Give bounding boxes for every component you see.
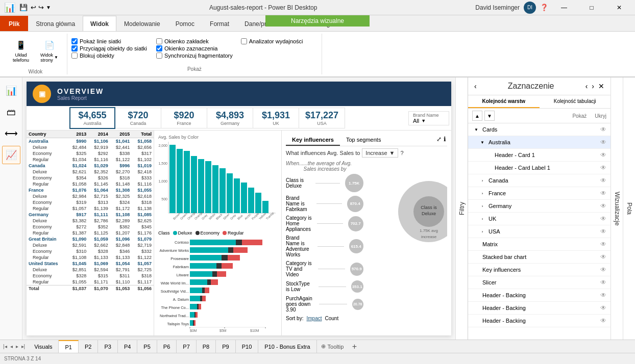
close-panel-icon[interactable]: ✕ bbox=[598, 82, 604, 90]
expand-uk-icon[interactable]: › bbox=[478, 215, 486, 223]
usa-visibility-icon[interactable]: 👁 bbox=[600, 228, 606, 235]
matrix-cell[interactable]: $324 bbox=[110, 199, 132, 205]
matrix-cell[interactable]: $2,352 bbox=[88, 169, 110, 175]
matrix-cell[interactable]: $2,618 bbox=[132, 193, 154, 199]
ki-factor-3[interactable]: Brand Name is Adventure Works 615.4 bbox=[286, 235, 363, 257]
table-row[interactable]: Deluxe$2,621$2,352$2,270$2,418 bbox=[27, 169, 154, 175]
matrix-cell[interactable]: $315 bbox=[88, 273, 110, 279]
kpi-usa[interactable]: $17,227 USA bbox=[299, 108, 345, 128]
matrix-cell[interactable]: $996 bbox=[110, 163, 132, 169]
matrix-cell[interactable]: Regular bbox=[27, 230, 67, 236]
layer-germany[interactable]: › Germany 👁 bbox=[468, 200, 610, 213]
layer-france[interactable]: › France 👁 bbox=[468, 187, 610, 200]
help-icon[interactable]: ❓ bbox=[540, 4, 548, 11]
matrix-cell[interactable]: $318 bbox=[110, 175, 132, 181]
stacked-bar-visibility-icon[interactable]: 👁 bbox=[600, 253, 606, 261]
matrix-cell[interactable]: $1,054 bbox=[110, 261, 132, 267]
matrix-cell[interactable]: $333 bbox=[132, 175, 154, 181]
matrix-cell[interactable]: $1,207 bbox=[110, 230, 132, 236]
matrix-cell[interactable]: $2,919 bbox=[88, 144, 110, 150]
matrix-cell[interactable]: $1,122 bbox=[132, 254, 154, 261]
layer-stacked-bar[interactable]: Stacked bar chart 👁 bbox=[468, 251, 610, 264]
matrix-cell[interactable]: $328 bbox=[67, 273, 89, 279]
card1-visibility-icon[interactable]: 👁 bbox=[600, 151, 606, 159]
tab-p2[interactable]: P2 bbox=[79, 340, 98, 353]
tab-tab-order[interactable]: Kolejność tabulacji bbox=[540, 95, 611, 108]
matrix-cell[interactable]: $1,076 bbox=[67, 187, 89, 193]
layer-up-arrow[interactable]: ▲ bbox=[472, 111, 482, 121]
show-label[interactable]: Pokaż bbox=[572, 113, 587, 119]
matrix-cell[interactable]: $346 bbox=[110, 248, 132, 254]
table-row[interactable]: Deluxe$2,484$2,919$2,441$2,656 bbox=[27, 144, 154, 150]
layer-slicer[interactable]: Slicer 👁 bbox=[468, 276, 610, 289]
ki-dropdown[interactable]: Increase ▼ bbox=[362, 148, 398, 158]
nav-back-icon[interactable]: ‹ bbox=[474, 82, 477, 90]
table-row[interactable]: United States$1,045$1,069$1,054$1,057 bbox=[27, 261, 154, 267]
france-visibility-icon[interactable]: 👁 bbox=[600, 190, 606, 197]
matrix-cell[interactable]: $1,059 bbox=[88, 236, 110, 242]
przyciagaj-input[interactable] bbox=[71, 45, 78, 51]
matrix-cell[interactable]: $1,037 bbox=[67, 285, 89, 292]
sort-count[interactable]: Count bbox=[325, 316, 338, 321]
tab-format[interactable]: Format bbox=[202, 16, 237, 31]
matrix-cell[interactable]: $310 bbox=[67, 248, 89, 254]
matrix-cell[interactable]: $1,041 bbox=[110, 138, 132, 145]
table-row[interactable]: Deluxe$2,984$2,715$2,325$2,618 bbox=[27, 193, 154, 199]
matrix-cell[interactable]: Deluxe bbox=[27, 242, 67, 248]
matrix-cell[interactable]: Economy bbox=[27, 199, 67, 205]
kpi-france[interactable]: $920 France bbox=[161, 108, 207, 128]
tab-p1[interactable]: P1 bbox=[59, 340, 78, 353]
canada-visibility-icon[interactable]: 👁 bbox=[600, 177, 606, 184]
ki-factor-1[interactable]: Brand Name is Fabrikam 870.4 bbox=[286, 195, 363, 212]
matrix-cell[interactable]: $1,138 bbox=[132, 205, 154, 212]
matrix-cell[interactable]: $1,133 bbox=[88, 254, 110, 261]
table-row[interactable]: Economy$325$292$338$317 bbox=[27, 150, 154, 157]
matrix-cell[interactable]: $1,111 bbox=[88, 212, 110, 218]
ki-help-icon[interactable]: ? bbox=[400, 150, 403, 156]
matrix-cell[interactable]: Economy bbox=[27, 224, 67, 230]
matrix-cell[interactable]: $2,591 bbox=[67, 242, 89, 248]
sidebar-data-icon[interactable]: 🗃 bbox=[2, 103, 20, 121]
matrix-cell[interactable]: $2,441 bbox=[110, 144, 132, 150]
ki-factor-2[interactable]: Category is Home Appliances 702.7 bbox=[286, 215, 363, 232]
matrix-cell[interactable]: $1,106 bbox=[88, 138, 110, 145]
brand-filter-dropdown-icon[interactable]: ▼ bbox=[421, 118, 426, 123]
matrix-cell[interactable]: $1,024 bbox=[67, 163, 89, 169]
matrix-visibility-icon[interactable]: 👁 bbox=[600, 241, 606, 248]
close-button[interactable]: ✕ bbox=[607, 0, 631, 15]
tab-p8[interactable]: P8 bbox=[197, 340, 216, 353]
matrix-cell[interactable]: $1,064 bbox=[88, 187, 110, 193]
table-row[interactable]: Germany$917$1,111$1,108$1,085 bbox=[27, 212, 154, 218]
matrix-cell[interactable]: Great Britain bbox=[27, 236, 67, 242]
tab-nav-next[interactable]: ▸ bbox=[15, 344, 19, 349]
table-row[interactable]: Regular$1,055$1,171$1,110$1,117 bbox=[27, 279, 154, 285]
matrix-cell[interactable]: $1,125 bbox=[88, 230, 110, 236]
ki-info-icon[interactable]: ℹ bbox=[443, 135, 447, 146]
matrix-cell[interactable]: $1,058 bbox=[132, 138, 154, 145]
undo-icon[interactable]: ↩ bbox=[31, 4, 36, 11]
matrix-cell[interactable]: Regular bbox=[27, 254, 67, 261]
tab-p5[interactable]: P5 bbox=[137, 340, 157, 353]
matrix-cell[interactable]: $2,621 bbox=[67, 169, 89, 175]
matrix-cell[interactable]: $1,069 bbox=[88, 261, 110, 267]
table-row[interactable]: Economy$328$315$311$318 bbox=[27, 273, 154, 279]
matrix-cell[interactable]: $1,090 bbox=[67, 236, 89, 242]
matrix-cell[interactable]: $1,145 bbox=[88, 181, 110, 187]
matrix-cell[interactable]: $1,079 bbox=[132, 236, 154, 242]
tab-help[interactable]: Pomoc bbox=[168, 16, 202, 31]
matrix-cell[interactable]: Regular bbox=[27, 181, 67, 187]
layer-header-backing-2[interactable]: Header - Backing 👁 bbox=[468, 302, 610, 315]
hide-label[interactable]: Ukryj bbox=[595, 113, 606, 119]
table-row[interactable]: Deluxe$3,382$2,786$2,289$2,625 bbox=[27, 218, 154, 224]
matrix-cell[interactable]: Economy bbox=[27, 150, 67, 157]
matrix-cell[interactable]: $325 bbox=[67, 150, 89, 157]
nav-prev-icon[interactable]: ‹ bbox=[585, 82, 588, 90]
save-icon[interactable]: 💾 bbox=[19, 4, 28, 11]
matrix-cell[interactable]: $318 bbox=[132, 273, 154, 279]
expand-cards-icon[interactable]: ▼ bbox=[472, 125, 480, 134]
layer-header-backing-3[interactable]: Header - Backing 👁 bbox=[468, 315, 610, 327]
matrix-cell[interactable]: $1,148 bbox=[110, 181, 132, 187]
matrix-cell[interactable]: Economy bbox=[27, 175, 67, 181]
table-row[interactable]: Regular$1,058$1,145$1,148$1,116 bbox=[27, 181, 154, 187]
matrix-cell[interactable]: $272 bbox=[67, 224, 89, 230]
